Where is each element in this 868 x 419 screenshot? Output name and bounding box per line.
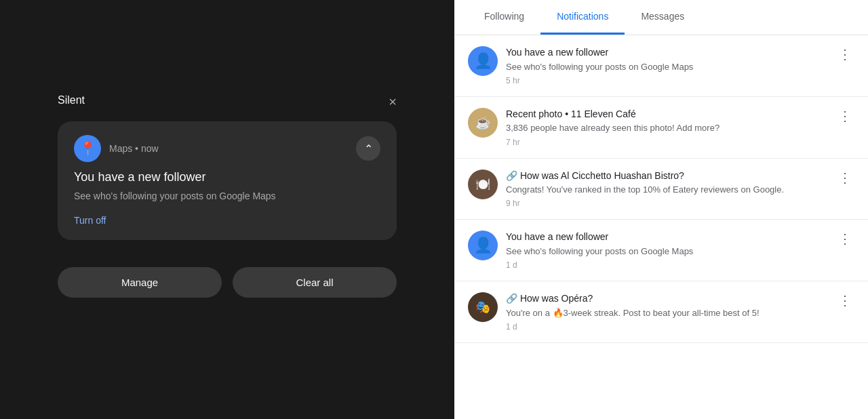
turn-off-button[interactable]: Turn off [74, 215, 106, 226]
notif-time: 9 hr [506, 199, 827, 208]
notif-title: Recent photo • 11 Eleven Café [506, 108, 827, 121]
notif-title: You have a new follower [506, 231, 827, 244]
notif-time: 1 d [506, 322, 827, 332]
tab-following[interactable]: Following [468, 0, 540, 35]
more-options-button[interactable]: ⋮ [835, 292, 854, 308]
avatar: 👤 [468, 46, 498, 76]
bistro-avatar: 🍽️ [468, 169, 498, 199]
more-options-button[interactable]: ⋮ [835, 108, 854, 124]
maps-icon-container: 📍 [74, 135, 101, 162]
notification-content: 🔗 How was Al Cicchetto Huashan Bistro? C… [506, 169, 827, 209]
maps-follower-icon-2: 👤 [474, 237, 492, 254]
cafe-avatar: ☕ [468, 108, 498, 138]
notif-title: 🔗 How was Al Cicchetto Huashan Bistro? [506, 169, 827, 183]
notif-desc: 3,836 people have already seen this phot… [506, 122, 827, 134]
notification-title: You have a new follower [74, 170, 380, 184]
more-options-button[interactable]: ⋮ [835, 169, 854, 186]
notifications-list: 👤 You have a new follower See who's foll… [454, 35, 868, 419]
tabs-container: Following Notifications Messages [454, 0, 868, 35]
notif-title: 🔗 How was Opéra? [506, 292, 827, 306]
left-panel: Silent × 📍 Maps • now ⌃ You have a new f… [0, 0, 454, 419]
list-item: 🎭 🔗 How was Opéra? You're on a 🔥3-week s… [454, 281, 868, 343]
close-button[interactable]: × [389, 94, 397, 110]
avatar: 👤 [468, 231, 498, 260]
notification-source: Maps • now [109, 143, 159, 154]
notification-header: 📍 Maps • now ⌃ [74, 135, 380, 162]
avatar: 🎭 [468, 292, 498, 322]
maps-follower-icon: 👤 [474, 52, 492, 70]
notification-header-left: 📍 Maps • now [74, 135, 159, 162]
notification-content: You have a new follower See who's follow… [506, 231, 827, 270]
maps-pin-icon: 📍 [79, 140, 96, 157]
notif-time: 5 hr [506, 76, 827, 85]
more-options-button[interactable]: ⋮ [835, 46, 854, 62]
chevron-up-icon: ⌃ [364, 142, 373, 155]
tab-messages[interactable]: Messages [625, 0, 701, 35]
notif-title: You have a new follower [506, 46, 827, 60]
clear-all-button[interactable]: Clear all [233, 267, 397, 298]
notif-desc: See who's following your posts on Google… [506, 61, 827, 73]
silent-label: Silent [58, 94, 85, 106]
list-item: 👤 You have a new follower See who's foll… [454, 220, 868, 281]
notification-content: You have a new follower See who's follow… [506, 46, 827, 85]
list-item: 🍽️ 🔗 How was Al Cicchetto Huashan Bistro… [454, 159, 868, 220]
manage-button[interactable]: Manage [58, 267, 222, 298]
more-options-button[interactable]: ⋮ [835, 231, 854, 247]
opera-avatar: 🎭 [468, 292, 498, 322]
right-panel: Following Notifications Messages 👤 You h… [454, 0, 868, 419]
notif-desc: See who's following your posts on Google… [506, 245, 827, 258]
collapse-button[interactable]: ⌃ [356, 136, 380, 161]
notif-time: 7 hr [506, 138, 827, 147]
notif-desc: You're on a 🔥3-week streak. Post to beat… [506, 307, 827, 319]
notification-content: 🔗 How was Opéra? You're on a 🔥3-week str… [506, 292, 827, 332]
avatar: 🍽️ [468, 169, 498, 199]
avatar: ☕ [468, 108, 498, 138]
action-buttons: Manage Clear all [58, 267, 397, 298]
notification-card: 📍 Maps • now ⌃ You have a new follower S… [58, 121, 397, 240]
list-item: ☕ Recent photo • 11 Eleven Café 3,836 pe… [454, 97, 868, 159]
notif-desc: Congrats! You've ranked in the top 10% o… [506, 184, 827, 196]
notif-time: 1 d [506, 260, 827, 270]
notification-content: Recent photo • 11 Eleven Café 3,836 peop… [506, 108, 827, 147]
notification-body: See who's following your posts on Google… [74, 190, 380, 203]
list-item: 👤 You have a new follower See who's foll… [454, 35, 868, 97]
tab-notifications[interactable]: Notifications [540, 0, 625, 35]
